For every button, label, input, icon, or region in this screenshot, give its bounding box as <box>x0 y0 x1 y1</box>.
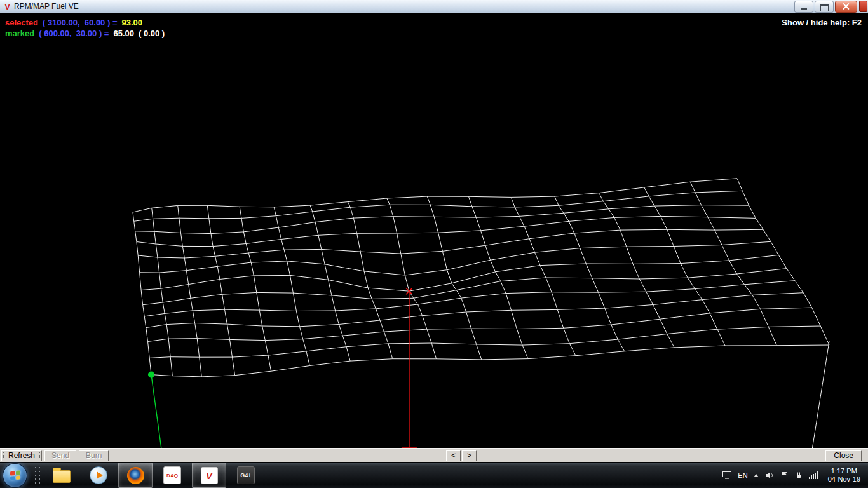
marked-readout: marked( 600.00, 30.00 ) =65.00( 0.00 ) <box>5 28 169 39</box>
marked-value: 65.00 <box>113 29 134 38</box>
close-button[interactable] <box>835 1 857 13</box>
vems-icon: V <box>201 467 218 484</box>
language-indicator[interactable]: EN <box>738 471 747 479</box>
network-signal-icon[interactable] <box>809 471 818 479</box>
start-button[interactable] <box>3 463 27 488</box>
remove-hardware-icon[interactable] <box>794 471 803 480</box>
prev-table-button[interactable]: < <box>446 450 461 461</box>
windows-logo-icon <box>10 470 20 480</box>
tray-computer-icon[interactable] <box>722 471 732 480</box>
minimize-button[interactable] <box>794 1 813 13</box>
marked-extra: ( 0.00 ) <box>139 29 165 38</box>
taskbar-item-vems[interactable]: V <box>192 463 226 488</box>
explorer-icon <box>53 470 71 483</box>
marked-label: marked <box>5 29 34 38</box>
taskbar-grip[interactable] <box>32 464 40 486</box>
media-player-icon <box>90 466 107 484</box>
minimize-icon <box>801 8 807 10</box>
app-toolbar: Refresh Send Burn < > Close <box>0 448 868 463</box>
maximize-icon <box>820 4 829 11</box>
selected-label: selected <box>5 18 38 27</box>
clock-time: 1:17 PM <box>828 467 860 475</box>
selected-value: 93.00 <box>122 18 143 27</box>
taskbar: DAQ V G4+ EN <box>0 462 868 488</box>
window-controls <box>793 0 868 13</box>
close-window-button[interactable]: Close <box>825 450 862 461</box>
app-logo-icon: V <box>3 2 12 11</box>
taskbar-item-daq[interactable]: DAQ <box>155 463 189 488</box>
next-table-button[interactable]: > <box>462 450 477 461</box>
window-title: RPM/MAP Fuel VE <box>14 2 79 11</box>
taskbar-item-media-player[interactable] <box>81 463 116 488</box>
daq-icon: DAQ <box>163 466 181 484</box>
taskbar-clock[interactable]: 1:17 PM 04-Nov-19 <box>824 467 865 484</box>
system-tray: EN 1:17 PM 04-Nov-19 <box>722 467 868 484</box>
g4-icon: G4+ <box>237 466 255 484</box>
firefox-icon <box>127 467 144 484</box>
send-button[interactable]: Send <box>44 450 76 461</box>
help-hint: Show / hide help: F2 <box>782 18 862 27</box>
taskbar-item-g4[interactable]: G4+ <box>229 463 263 488</box>
burn-button[interactable]: Burn <box>79 450 109 461</box>
hidden-icons-chevron-icon[interactable] <box>754 474 759 477</box>
refresh-button[interactable]: Refresh <box>1 450 42 461</box>
status-readout: selected( 3100.00, 60.00 ) =93.00 marked… <box>5 17 169 39</box>
app-window: V RPM/MAP Fuel VE selected( 3100.00, 60.… <box>0 0 868 488</box>
maximize-button[interactable] <box>815 1 834 13</box>
table-nav: < > <box>445 450 477 461</box>
edge-red-button[interactable] <box>859 1 867 12</box>
volume-icon[interactable] <box>764 471 774 480</box>
selected-readout: selected( 3100.00, 60.00 ) =93.00 <box>5 17 169 28</box>
taskbar-item-explorer[interactable] <box>44 463 79 488</box>
taskbar-item-firefox[interactable] <box>118 463 153 488</box>
marked-coords: ( 600.00, 30.00 ) = <box>39 29 109 38</box>
titlebar[interactable]: V RPM/MAP Fuel VE <box>0 0 868 13</box>
clock-date: 04-Nov-19 <box>828 475 860 484</box>
selected-coords: ( 3100.00, 60.00 ) = <box>43 18 117 27</box>
action-center-flag-icon[interactable] <box>780 471 789 480</box>
ve-surface-mesh[interactable] <box>0 0 868 463</box>
